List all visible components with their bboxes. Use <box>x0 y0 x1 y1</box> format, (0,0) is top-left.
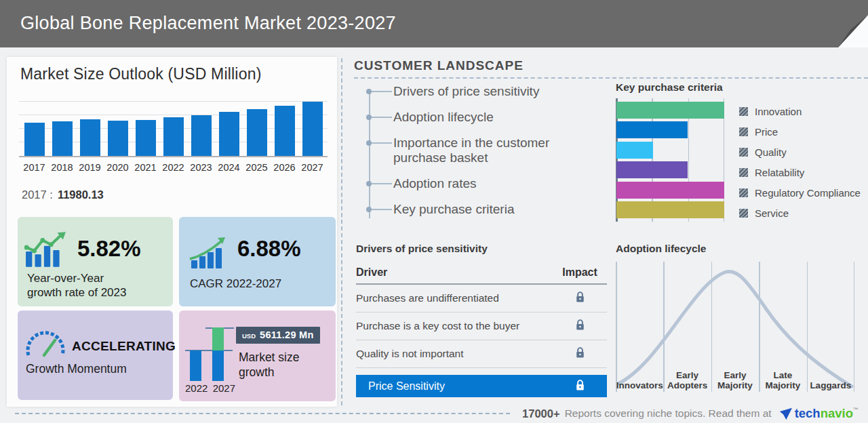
criteria-bar <box>616 182 724 199</box>
criteria-bar <box>616 142 653 159</box>
lock-icon <box>575 346 585 359</box>
market-bar-2026 <box>275 106 295 156</box>
legend-swatch-icon <box>739 127 748 136</box>
year-label: 2026 <box>271 162 298 173</box>
currency-label: USD <box>242 332 256 340</box>
legend-label: Service <box>755 207 789 219</box>
criteria-bar-row <box>616 121 724 138</box>
bar-column <box>76 119 104 156</box>
year-label: 2017 <box>20 162 48 173</box>
stage-label: Early Majority <box>711 370 759 390</box>
market-size-growth-card: 2022 2027 USD 5611.29 Mn Market size gro… <box>179 310 336 401</box>
year-label: 2023 <box>187 162 215 173</box>
title-bar: Global Bone Replacement Market 2023-2027 <box>0 0 868 47</box>
market-size-x-axis: 2017201820192020202120222023202420252026… <box>19 162 328 173</box>
legend-swatch-icon <box>739 168 748 177</box>
growth-amount: 5611.29 Mn <box>260 329 314 340</box>
market-bar-2027 <box>302 102 323 156</box>
bar-column <box>243 109 271 156</box>
bar-column <box>104 121 132 156</box>
impact-cell <box>553 319 607 334</box>
market-bar-2019 <box>80 119 100 156</box>
bar-column <box>48 121 76 156</box>
driver-label: Purchases are undifferentiated <box>356 292 499 304</box>
landscape-item-label: Drivers of price sensitivity <box>393 84 539 98</box>
criteria-bar-row <box>616 182 724 199</box>
criteria-bar-row <box>616 201 724 218</box>
price-sensitivity-section: Drivers of price sensitivity Driver Impa… <box>356 243 607 397</box>
criteria-bars <box>616 100 724 220</box>
footer-text: Reports covering niche topics. Read them… <box>565 407 772 420</box>
legend-item: Quality <box>739 142 861 162</box>
trademark-mark: ™ <box>853 407 859 413</box>
vertical-divider <box>341 58 342 405</box>
market-bar-2025 <box>247 109 267 156</box>
legend-swatch-icon <box>739 188 748 197</box>
criteria-legend: InnovationPriceQualityRelatabilityRegula… <box>739 100 861 223</box>
key-purchase-criteria-title: Key purchase criteria <box>616 81 868 94</box>
market-size-chart: 2017201820192020202120222023202420252026… <box>19 95 328 173</box>
landscape-item: Adoption rates <box>393 176 605 191</box>
technavio-logo[interactable]: technavio™ <box>778 406 859 421</box>
driver-column-header: Driver <box>356 266 387 279</box>
year-label: 2020 <box>104 162 132 173</box>
mini-bar-2027-base <box>212 350 224 381</box>
criteria-bar-row <box>616 142 724 159</box>
year-label: 2025 <box>243 162 271 173</box>
key-purchase-criteria-section: Key purchase criteria InnovationPriceQua… <box>616 81 868 223</box>
mini-year-2022: 2022 <box>185 382 208 394</box>
market-size-callout: 2017 :11980.13 <box>22 188 104 201</box>
bar-chart-trend-icon <box>24 232 68 270</box>
driver-label: Purchase is a key cost to the buyer <box>356 320 519 332</box>
bar-column <box>132 120 159 157</box>
report-count: 17000+ <box>522 407 560 420</box>
landscape-item: Drivers of price sensitivity <box>393 84 605 99</box>
legend-swatch-icon <box>739 148 748 157</box>
footer: 17000+ Reports covering niche topics. Re… <box>15 405 859 422</box>
highlight-label: Price Sensitivity <box>368 380 445 392</box>
market-bar-2018 <box>52 121 73 156</box>
driver-row: Quality is not important <box>356 340 607 368</box>
legend-swatch-icon <box>739 107 748 116</box>
legend-item: Service <box>739 203 861 223</box>
footer-dashed-rule <box>15 413 510 414</box>
legend-item: Price <box>739 121 861 142</box>
year-label: 2022 <box>159 162 187 173</box>
bar-column <box>215 112 243 156</box>
criteria-bar <box>616 201 724 218</box>
growth-amount-badge: USD 5611.29 Mn <box>236 327 320 344</box>
highlight-impact-cell <box>553 379 607 394</box>
stage-label: Laggards <box>807 370 854 390</box>
market-size-bars <box>19 95 328 156</box>
legend-label: Regulatory Compliance <box>755 187 861 199</box>
criteria-bar-row <box>616 161 724 178</box>
cagr-card: 6.88% CAGR 2022-2027 <box>179 217 336 306</box>
legend-label: Innovation <box>755 106 802 117</box>
logo-navio: navio <box>821 406 853 421</box>
driver-label: Quality is not important <box>356 348 464 360</box>
year-label: 2019 <box>76 162 104 173</box>
price-sensitivity-highlight-row: Price Sensitivity <box>356 375 607 397</box>
technavio-dart-icon <box>778 407 793 420</box>
market-bar-2021 <box>136 120 156 157</box>
lock-icon <box>575 319 585 331</box>
landscape-item-label: Key purchase criteria <box>393 202 514 216</box>
legend-label: Quality <box>755 146 787 158</box>
year-label: 2021 <box>132 162 159 173</box>
yoy-growth-label: Year-over-Year growth rate of 2023 <box>27 271 126 300</box>
driver-row: Purchases are undifferentiated <box>356 285 607 313</box>
customer-landscape-list: Drivers of price sensitivityAdoption lif… <box>355 84 605 228</box>
mini-bar-2027-growth <box>212 327 224 350</box>
stage-label: Early Adopters <box>663 370 711 390</box>
legend-item: Relatability <box>739 162 861 182</box>
key-purchase-criteria-chart: InnovationPriceQualityRelatabilityRegula… <box>616 100 868 223</box>
callout-value: 11980.13 <box>58 188 104 201</box>
criteria-bar <box>616 161 688 178</box>
year-label: 2024 <box>215 162 243 173</box>
growth-card-label: Market size growth <box>239 350 299 380</box>
legend-item: Regulatory Compliance <box>739 182 861 203</box>
landscape-item: Importance in the customer purchase bask… <box>393 136 605 165</box>
price-sensitivity-title: Drivers of price sensitivity <box>356 243 607 255</box>
market-size-plot <box>19 95 328 157</box>
year-label: 2027 <box>298 162 326 173</box>
